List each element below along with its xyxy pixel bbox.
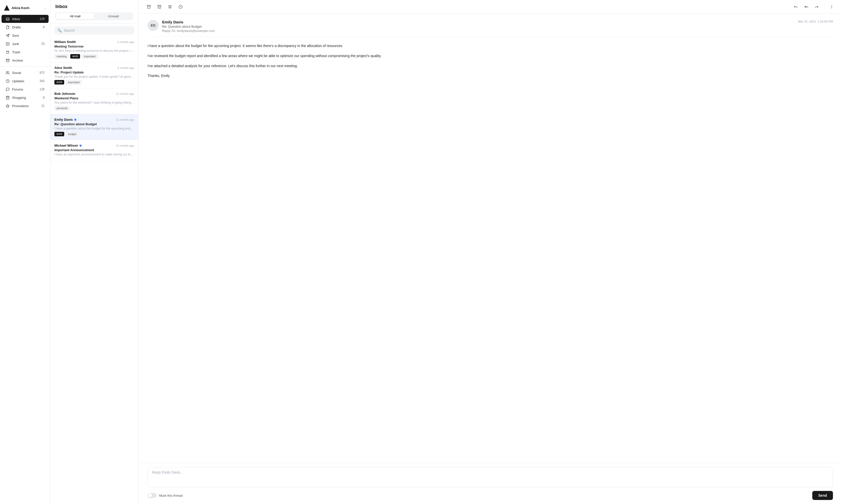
- toolbar-divider: [824, 4, 824, 9]
- forums-icon: [5, 87, 10, 91]
- email-meta: Emily Davis Re: Question about Budget Re…: [162, 20, 794, 33]
- archive-move-button[interactable]: [155, 2, 164, 11]
- search-input[interactable]: [64, 29, 131, 33]
- sidebar-item-label: Shopping: [12, 96, 40, 100]
- sidebar-item-promotions[interactable]: Promotions 21: [1, 102, 49, 110]
- email-preview: Thank you for the project update. It loo…: [54, 75, 134, 78]
- sidebar-item-shopping[interactable]: Shopping 8: [1, 93, 49, 102]
- sidebar-item-count: 23: [41, 42, 45, 46]
- email-subject: Weekend Plans: [54, 96, 134, 100]
- archive-button[interactable]: [144, 2, 153, 11]
- sidebar-item-label: Junk: [12, 42, 39, 46]
- email-tag: meeting: [54, 54, 69, 59]
- junk-icon: [5, 42, 10, 46]
- archive-icon: [5, 58, 10, 62]
- sidebar-item-count: 342: [39, 79, 45, 83]
- sender-row: Bob Johnson: [54, 92, 75, 95]
- sidebar-item-label: Archive: [12, 59, 45, 62]
- email-tag: important: [66, 80, 82, 85]
- panel-header: Inbox All mail Unread: [50, 0, 138, 23]
- tab-all-mail[interactable]: All mail: [56, 13, 95, 19]
- email-body-paragraph: I have a question about the budget for t…: [148, 43, 833, 49]
- email-tags: workimportant: [54, 80, 134, 85]
- svg-point-14: [831, 6, 832, 7]
- sidebar-item-count: 8: [43, 96, 45, 100]
- email-content: ED Emily Davis Re: Question about Budget…: [139, 14, 841, 463]
- sidebar-item-sent[interactable]: Sent: [1, 32, 49, 39]
- email-subject: Re: Question about Budget: [54, 122, 134, 126]
- email-body: I have a question about the budget for t…: [148, 43, 833, 79]
- sidebar-item-archive[interactable]: Archive: [1, 56, 49, 65]
- user-header[interactable]: Alicia Koch ⌄: [0, 3, 50, 15]
- email-subject: Meeting Tomorrow: [54, 44, 134, 48]
- email-tag: budget: [66, 132, 79, 136]
- svg-rect-10: [147, 5, 150, 6]
- user-name: Alicia Koch: [12, 6, 42, 10]
- delete-button[interactable]: [166, 2, 174, 11]
- sidebar-item-label: Social: [12, 71, 37, 75]
- svg-marker-9: [6, 104, 9, 107]
- email-list-item[interactable]: William Smith 4 months ago Meeting Tomor…: [50, 36, 138, 62]
- sidebar-item-trash[interactable]: Trash: [1, 48, 49, 56]
- email-preview: I have a question about the budget for t…: [54, 127, 134, 130]
- avatar: ED: [148, 20, 159, 31]
- sidebar-item-social[interactable]: Social 972: [1, 69, 49, 77]
- email-time: 4 months ago: [117, 66, 134, 69]
- sidebar: Alicia Koch ⌄ Inbox 128 Drafts 9 Sent Ju…: [0, 0, 50, 504]
- svg-point-15: [831, 8, 832, 8]
- reply-button[interactable]: [791, 2, 800, 11]
- email-body-paragraph: I've reviewed the budget report and iden…: [148, 53, 833, 59]
- user-avatar-icon: [4, 5, 10, 11]
- email-list-item[interactable]: Michael Wilson 12 months ago Important A…: [50, 140, 138, 161]
- chevron-down-icon: ⌄: [44, 6, 46, 10]
- email-item-header: Michael Wilson 12 months ago: [54, 144, 134, 147]
- email-list-item[interactable]: Alice Smith 4 months ago Re: Project Upd…: [50, 62, 138, 88]
- send-button[interactable]: Send: [812, 491, 833, 500]
- email-tag: work: [54, 132, 64, 136]
- email-tags: workbudget: [54, 132, 134, 136]
- tab-unread[interactable]: Unread: [95, 13, 133, 19]
- sent-icon: [5, 33, 10, 37]
- svg-point-6: [6, 71, 8, 72]
- sidebar-item-drafts[interactable]: Drafts 9: [1, 23, 49, 31]
- email-list-item[interactable]: Emily Davis 11 months ago Re: Question a…: [50, 114, 138, 140]
- toggle-knob: [148, 493, 152, 498]
- email-time: 4 months ago: [117, 40, 134, 43]
- sidebar-item-label: Updates: [12, 79, 37, 83]
- snooze-button[interactable]: [176, 2, 185, 11]
- forward-button[interactable]: [812, 2, 821, 11]
- mute-toggle[interactable]: [148, 493, 157, 498]
- email-time: 12 months ago: [116, 144, 134, 147]
- sidebar-item-label: Forums: [12, 88, 37, 91]
- sender-name: Emily Davis: [54, 118, 73, 122]
- sidebar-item-forums[interactable]: Forums 128: [1, 85, 49, 93]
- sidebar-item-inbox[interactable]: Inbox 128: [1, 15, 49, 23]
- sidebar-item-count: 21: [41, 104, 45, 108]
- search-icon: 🔍: [57, 29, 62, 33]
- email-preview: Any plans for the weekend? I was thinkin…: [54, 101, 134, 104]
- email-time: 11 months ago: [116, 118, 134, 121]
- reply-all-button[interactable]: [802, 2, 810, 11]
- sidebar-item-updates[interactable]: Updates 342: [1, 77, 49, 85]
- sidebar-item-label: Trash: [12, 50, 45, 54]
- more-options-button[interactable]: [827, 2, 836, 11]
- sidebar-item-count: 9: [43, 25, 45, 29]
- svg-rect-11: [158, 5, 161, 6]
- email-item-header: Bob Johnson 11 months ago: [54, 92, 134, 95]
- email-item-header: William Smith 4 months ago: [54, 40, 134, 44]
- svg-point-13: [831, 5, 832, 6]
- email-list-panel: Inbox All mail Unread 🔍 William Smith 4 …: [50, 0, 138, 504]
- email-subject-line: Re: Question about Budget: [162, 25, 794, 29]
- email-list-item[interactable]: Bob Johnson 11 months ago Weekend Plans …: [50, 88, 138, 114]
- panel-title: Inbox: [55, 4, 68, 9]
- email-subject: Re: Project Update: [54, 70, 134, 74]
- sidebar-item-count: 128: [39, 88, 45, 91]
- email-tags: personal: [54, 106, 134, 110]
- email-item-header: Emily Davis 11 months ago: [54, 118, 134, 122]
- promotions-icon: [5, 104, 10, 108]
- sidebar-item-junk[interactable]: Junk 23: [1, 40, 49, 48]
- email-tag: work: [70, 54, 80, 59]
- reply-input[interactable]: [148, 467, 833, 487]
- email-body-paragraph: Thanks, Emily: [148, 73, 833, 79]
- email-header-row: ED Emily Davis Re: Question about Budget…: [148, 20, 833, 37]
